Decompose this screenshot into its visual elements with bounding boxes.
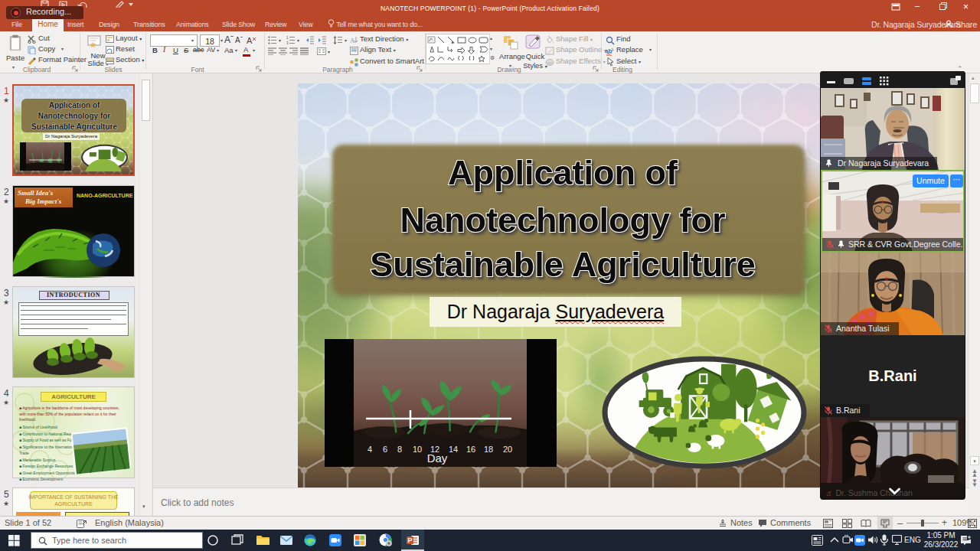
- svg-text:A: A: [350, 37, 355, 44]
- svg-text:Nanotechnology for: Nanotechnology for: [400, 201, 726, 240]
- svg-text:Day: Day: [427, 452, 448, 465]
- svg-text:20: 20: [503, 445, 512, 454]
- svg-text:18: 18: [484, 445, 493, 454]
- svg-text:P: P: [408, 536, 413, 544]
- svg-text:Application of: Application of: [448, 153, 678, 192]
- svg-text:14: 14: [449, 445, 458, 454]
- svg-text:3: 3: [286, 41, 289, 44]
- svg-text:10: 10: [413, 445, 422, 454]
- svg-text:1: 1: [286, 36, 289, 40]
- svg-text:16: 16: [466, 445, 475, 454]
- svg-text:Sustainable Agriculture: Sustainable Agriculture: [31, 122, 117, 131]
- svg-text:Nanotechnology for: Nanotechnology for: [38, 112, 111, 120]
- svg-text:6: 6: [383, 445, 387, 454]
- svg-text:Application of: Application of: [49, 101, 100, 109]
- svg-text:A: A: [247, 36, 253, 45]
- svg-text:4: 4: [368, 445, 372, 454]
- svg-text:Sustainable Agriculture: Sustainable Agriculture: [370, 245, 755, 284]
- svg-text:ac: ac: [606, 51, 612, 56]
- svg-text:8: 8: [397, 445, 402, 454]
